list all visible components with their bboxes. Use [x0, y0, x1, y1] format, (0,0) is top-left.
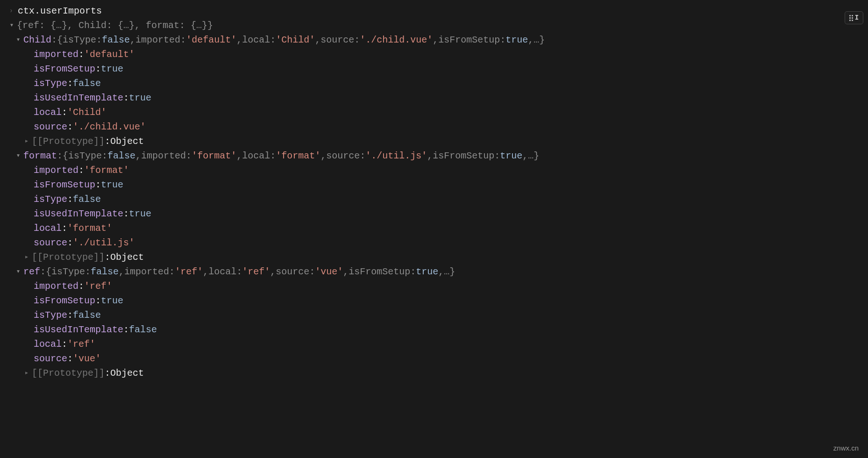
- prototype-row[interactable]: ▸[[Prototype]]: Object: [0, 250, 868, 265]
- property-value: 'ref': [67, 337, 95, 351]
- summary-key: imported:: [135, 33, 186, 47]
- watermark-text: znwx.cn: [833, 443, 859, 453]
- summary-value: './child.vue': [360, 33, 433, 47]
- property-row[interactable]: isType: false: [0, 308, 868, 322]
- property-key: isType: [34, 77, 67, 90]
- property-row[interactable]: local: 'Child': [0, 105, 868, 120]
- property-value: true: [101, 62, 123, 76]
- property-key: isType: [34, 193, 67, 206]
- property-row[interactable]: source: './util.js': [0, 236, 868, 250]
- summary-value: true: [500, 149, 522, 163]
- property-key: local: [34, 106, 62, 119]
- chevron-down-icon[interactable]: ▾: [7, 21, 17, 31]
- summary-value: 'vue': [315, 265, 343, 279]
- property-value: true: [129, 207, 151, 221]
- chevron-right-icon[interactable]: ▸: [21, 252, 32, 263]
- prototype-row[interactable]: ▸[[Prototype]]: Object: [0, 134, 868, 149]
- summary-key: local:: [208, 265, 242, 279]
- property-value: false: [73, 77, 101, 90]
- property-key: isFromSetup: [34, 62, 95, 76]
- summary-value: 'ref': [242, 265, 270, 279]
- console-input-row: › ctx.userImports: [0, 4, 868, 18]
- property-row[interactable]: isFromSetup: true: [0, 293, 868, 308]
- property-row[interactable]: isUsedInTemplate: true: [0, 91, 868, 105]
- property-row[interactable]: isFromSetup: true: [0, 62, 868, 76]
- summary-key: source:: [320, 33, 360, 47]
- object-entry-row[interactable]: ▾Child: {isType: false, imported: 'defau…: [0, 33, 868, 47]
- prototype-value: Object: [110, 135, 144, 148]
- property-row[interactable]: local: 'ref': [0, 337, 868, 351]
- property-value: 'ref': [84, 279, 112, 293]
- toolbar-label: I: [855, 13, 859, 22]
- summary-value: 'format': [192, 149, 236, 163]
- property-row[interactable]: imported: 'ref': [0, 279, 868, 293]
- property-key: isFromSetup: [34, 294, 95, 308]
- summary-key: isFromSetup:: [438, 33, 505, 47]
- prompt-icon: ›: [8, 6, 14, 15]
- chevron-right-icon[interactable]: ▸: [21, 136, 32, 147]
- summary-value: false: [107, 149, 135, 163]
- expression-text: ctx.userImports: [18, 4, 102, 18]
- property-row[interactable]: isType: false: [0, 76, 868, 91]
- summary-value: './util.js': [365, 149, 427, 163]
- property-row[interactable]: isType: false: [0, 192, 868, 207]
- object-key: ref: [23, 265, 40, 279]
- property-key: imported: [34, 279, 78, 293]
- chevron-down-icon[interactable]: ▾: [13, 267, 23, 277]
- chevron-down-icon[interactable]: ▾: [13, 35, 23, 45]
- property-key: source: [34, 352, 67, 365]
- summary-key: isFromSetup:: [349, 265, 416, 279]
- property-value: 'format': [84, 164, 129, 177]
- object-key: Child: [23, 33, 51, 47]
- summary-value: 'Child': [276, 33, 315, 47]
- property-key: imported: [34, 164, 78, 177]
- prototype-value: Object: [110, 250, 144, 264]
- property-value: 'Child': [67, 106, 107, 119]
- ellipsis: …: [528, 149, 534, 163]
- property-key: isUsedInTemplate: [34, 323, 123, 336]
- property-value: false: [73, 308, 101, 322]
- property-row[interactable]: imported: 'format': [0, 163, 868, 178]
- summary-key: isType:: [51, 265, 91, 279]
- property-row[interactable]: source: 'vue': [0, 351, 868, 366]
- object-entry-row[interactable]: ▾ref: {isType: false, imported: 'ref', l…: [0, 265, 868, 279]
- separator: :: [40, 265, 46, 279]
- chevron-right-icon[interactable]: ▸: [21, 368, 32, 379]
- property-row[interactable]: isFromSetup: true: [0, 178, 868, 192]
- property-key: isUsedInTemplate: [34, 91, 123, 105]
- property-row[interactable]: imported: 'default': [0, 47, 868, 62]
- summary-value: true: [505, 33, 528, 47]
- toolbar-drag-button[interactable]: I: [845, 11, 863, 24]
- property-row[interactable]: source: './child.vue': [0, 120, 868, 134]
- summary-key: local:: [242, 33, 276, 47]
- property-value: 'default': [84, 48, 135, 61]
- prototype-row[interactable]: ▸[[Prototype]]: Object: [0, 366, 868, 380]
- property-value: true: [129, 91, 151, 105]
- property-key: isUsedInTemplate: [34, 207, 123, 221]
- property-value: 'format': [67, 222, 112, 235]
- summary-value: true: [416, 265, 438, 279]
- property-row[interactable]: isUsedInTemplate: false: [0, 322, 868, 337]
- root-object-row[interactable]: ▾ {ref: {…}, Child: {…}, format: {…}}: [0, 18, 868, 33]
- object-entry-row[interactable]: ▾format: {isType: false, imported: 'form…: [0, 149, 868, 163]
- property-row[interactable]: isUsedInTemplate: true: [0, 207, 868, 221]
- chevron-down-icon[interactable]: ▾: [13, 151, 23, 161]
- summary-key: isFromSetup:: [433, 149, 500, 163]
- summary-key: isType:: [63, 33, 102, 47]
- summary-value: 'format': [276, 149, 320, 163]
- summary-key: source:: [326, 149, 365, 163]
- property-value: './util.js': [73, 236, 135, 250]
- property-key: isType: [34, 308, 67, 322]
- property-value: false: [73, 193, 101, 206]
- prototype-value: Object: [110, 366, 144, 380]
- property-key: local: [34, 337, 62, 351]
- property-value: 'vue': [73, 352, 101, 365]
- property-value: './child.vue': [73, 120, 146, 134]
- property-key: imported: [34, 48, 78, 61]
- summary-key: imported:: [141, 149, 192, 163]
- property-key: source: [34, 236, 67, 250]
- property-key: isFromSetup: [34, 178, 95, 192]
- summary-value: false: [91, 265, 119, 279]
- prototype-label: [[Prototype]]: [32, 135, 105, 148]
- property-row[interactable]: local: 'format': [0, 221, 868, 236]
